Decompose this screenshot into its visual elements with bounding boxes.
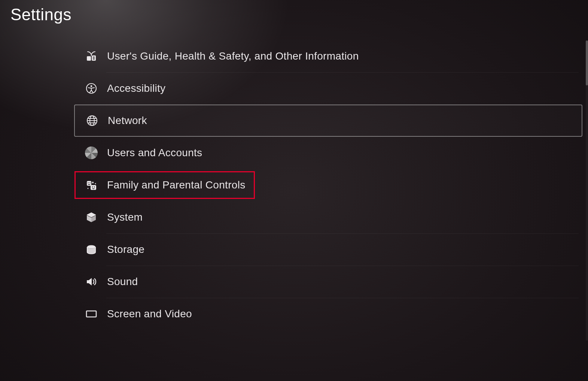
menu-item-system[interactable]: System (75, 201, 511, 233)
menu-item-label: Network (108, 115, 147, 127)
menu-item-label: Screen and Video (107, 308, 192, 320)
svg-rect-11 (91, 185, 96, 190)
globe-icon (85, 114, 99, 127)
svg-point-5 (91, 85, 92, 87)
page-title: Settings (10, 5, 71, 24)
menu-item-label: System (107, 211, 143, 223)
avatar-icon (85, 146, 98, 160)
menu-item-accessibility[interactable]: Accessibility (75, 72, 511, 105)
sound-icon (85, 275, 98, 288)
svg-point-15 (87, 245, 95, 249)
menu-item-users[interactable]: Users and Accounts (75, 137, 511, 169)
menu-item-label: Storage (107, 244, 144, 255)
scrollbar-thumb[interactable] (586, 40, 588, 85)
svg-rect-8 (87, 181, 91, 186)
menu-item-screen[interactable]: Screen and Video (75, 298, 511, 330)
storage-icon (85, 243, 98, 256)
menu-item-storage[interactable]: Storage (75, 233, 511, 266)
menu-item-label: Family and Parental Controls (107, 179, 245, 191)
svg-point-10 (89, 182, 90, 183)
svg-rect-16 (86, 311, 96, 317)
menu-item-label: Sound (107, 276, 138, 288)
menu-item-sound[interactable]: Sound (75, 266, 511, 298)
menu-item-family[interactable]: Family and Parental Controls (75, 172, 255, 199)
svg-rect-2 (89, 58, 90, 59)
menu-item-label: Accessibility (107, 82, 165, 94)
guide-icon (85, 49, 98, 63)
svg-point-14 (88, 188, 89, 189)
accessibility-icon (85, 82, 98, 95)
family-icon (85, 178, 98, 192)
svg-rect-1 (88, 58, 89, 59)
menu-item-guide[interactable]: User's Guide, Health & Safety, and Other… (75, 40, 511, 72)
screen-icon (85, 307, 98, 321)
menu-item-label: User's Guide, Health & Safety, and Other… (107, 50, 359, 62)
menu-item-label: Users and Accounts (107, 147, 202, 159)
svg-point-13 (94, 187, 95, 188)
scrollbar-track (586, 40, 588, 341)
svg-point-12 (92, 187, 93, 188)
svg-point-9 (88, 182, 88, 183)
cube-icon (85, 211, 98, 224)
settings-menu: User's Guide, Health & Safety, and Other… (75, 40, 511, 330)
menu-item-network[interactable]: Network (74, 105, 582, 137)
